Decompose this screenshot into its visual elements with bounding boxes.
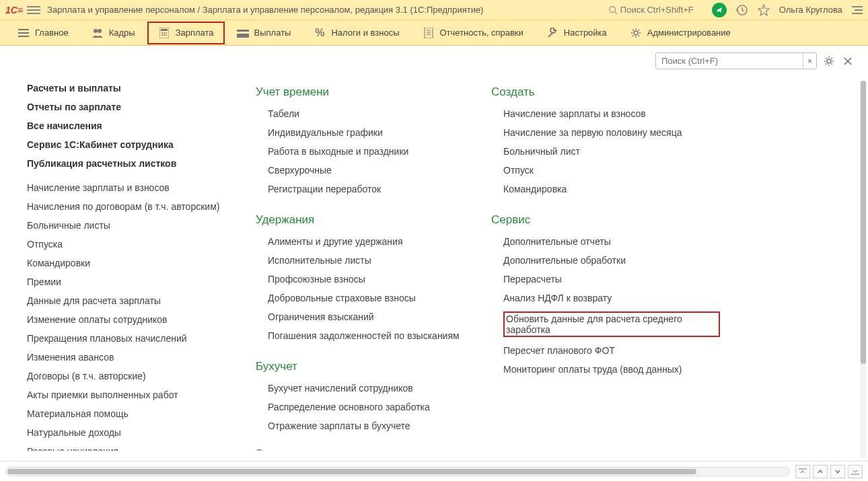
group-deductions: Удержания [256,213,464,227]
close-button[interactable] [841,54,855,68]
link-item[interactable]: Анализ НДФЛ к возврату [503,293,720,303]
global-search[interactable] [608,5,702,15]
settings-button[interactable] [822,54,836,68]
see-also-link[interactable]: См. также [256,447,464,451]
link-item[interactable]: Командировка [503,184,720,194]
svg-point-10 [161,32,163,34]
star-icon[interactable] [758,4,770,16]
link-calc-payments[interactable]: Расчеты и выплаты [27,83,229,94]
window-btn-4[interactable] [848,465,863,478]
link-all-accruals[interactable]: Все начисления [27,120,229,131]
svg-line-1 [614,11,617,14]
nav-salary[interactable]: Зарплата [147,22,225,44]
nav-label: Администрирование [647,28,731,38]
svg-point-12 [166,32,167,34]
link-item[interactable]: Распределение основного заработка [268,402,464,412]
link-item[interactable]: Прекращения плановых начислений [27,333,229,344]
link-item[interactable]: Изменения авансов [27,352,229,363]
link-item[interactable]: Алименты и другие удержания [268,236,464,247]
svg-rect-18 [425,28,433,38]
link-item[interactable]: Регистрации переработок [268,184,464,194]
history-icon[interactable] [736,4,748,16]
link-item[interactable]: Сверхурочные [268,165,464,176]
link-item[interactable]: Материальная помощь [27,408,229,419]
link-item[interactable]: Ограничения взысканий [268,311,464,322]
svg-point-22 [634,31,638,35]
link-item[interactable]: Натуральные доходы [27,427,229,438]
svg-point-6 [94,29,98,33]
panel-settings-icon[interactable] [852,6,863,14]
link-update-avg-earnings[interactable]: Обновить данные для расчета среднего зар… [503,311,720,337]
svg-point-0 [610,6,616,12]
link-item[interactable]: Добровольные страховые взносы [268,293,464,303]
scrollbar-thumb[interactable] [7,469,696,474]
notification-icon[interactable] [712,3,727,17]
vertical-scrollbar[interactable] [860,81,867,458]
nav-label: Кадры [109,28,135,38]
svg-point-13 [161,34,163,36]
link-item[interactable]: Перерасчеты [503,274,720,285]
nav-label: Главное [35,28,69,38]
gear-icon [630,27,642,39]
link-item[interactable]: Отпуск [503,165,720,176]
window-btn-2[interactable] [813,465,828,478]
link-payslips[interactable]: Публикация расчетных листков [27,158,229,169]
wrench-icon [546,27,558,39]
horizontal-scrollbar[interactable] [5,467,790,476]
link-item[interactable]: Разовые начисления [27,446,229,451]
link-item[interactable]: Данные для расчета зарплаты [27,295,229,306]
link-1c-cabinet[interactable]: Сервис 1С:Кабинет сотрудника [27,139,229,150]
link-item[interactable]: Табели [268,108,464,119]
menu-icon[interactable] [27,3,40,17]
middle-column: Учет времени Табели Индивидуальные графи… [256,83,464,451]
link-item[interactable]: Мониторинг оплаты труда (ввод данных) [503,364,720,375]
link-item[interactable]: Бухучет начислений сотрудников [268,383,464,394]
nav-label: Отчетность, справки [440,28,523,38]
group-create: Создать [491,85,720,99]
link-salary-reports[interactable]: Отчеты по зарплате [27,102,229,112]
nav-main[interactable]: Главное [7,22,79,44]
nav-taxes[interactable]: % Налоги и взносы [303,22,410,44]
link-item[interactable]: Профсоюзные взносы [268,274,464,285]
link-item[interactable]: Начисление зарплаты и взносов [503,108,720,119]
global-search-input[interactable] [608,5,702,15]
link-item[interactable]: Больничный лист [503,146,720,157]
nav-settings[interactable]: Настройка [536,22,618,44]
nav-label: Налоги и взносы [331,28,399,38]
nav-payments[interactable]: Выплаты [226,22,302,44]
clear-search-button[interactable]: × [803,53,816,69]
link-item[interactable]: Акты приемки выполненных работ [27,390,229,400]
link-item[interactable]: Больничные листы [27,220,229,231]
link-item[interactable]: Работа в выходные и праздники [268,146,464,157]
page-search-input[interactable] [655,52,817,69]
scrollbar-thumb[interactable] [861,81,866,364]
link-item[interactable]: Изменение оплаты сотрудников [27,314,229,325]
link-item[interactable]: Отпуска [27,239,229,250]
nav-reports[interactable]: Отчетность, справки [412,22,534,44]
link-item[interactable]: Отражение зарплаты в бухучете [268,420,464,431]
bottom-bar [0,461,868,481]
window-btn-3[interactable] [830,465,845,478]
link-item[interactable]: Пересчет планового ФОТ [503,345,720,356]
link-item[interactable]: Дополнительные отчеты [503,236,720,247]
link-item[interactable]: Погашения задолженностей по взысканиям [268,330,464,341]
link-item[interactable]: Начисление за первую половину месяца [503,127,720,138]
link-item[interactable]: Дополнительные обработки [503,255,720,266]
link-item[interactable]: Исполнительные листы [268,255,464,266]
percent-icon: % [314,27,326,39]
window-btn-1[interactable] [795,465,810,478]
link-item[interactable]: Командировки [27,258,229,268]
link-item[interactable]: Индивидуальные графики [268,127,464,138]
nav-admin[interactable]: Администрирование [619,22,742,44]
link-item[interactable]: Начисления по договорам (в т.ч. авторски… [27,201,229,212]
nav-staff[interactable]: Кадры [81,22,146,44]
nav-label: Зарплата [176,28,214,38]
svg-rect-17 [237,32,249,34]
link-item[interactable]: Договоры (в т.ч. авторские) [27,371,229,381]
app-title: Зарплата и управление персоналом / Зарпл… [47,5,483,15]
content-area: Расчеты и выплаты Отчеты по зарплате Все… [0,69,868,451]
link-item[interactable]: Премии [27,276,229,287]
svg-point-7 [98,29,102,33]
user-name[interactable]: Ольга Круглова [779,5,842,15]
link-item[interactable]: Начисление зарплаты и взносов [27,182,229,193]
